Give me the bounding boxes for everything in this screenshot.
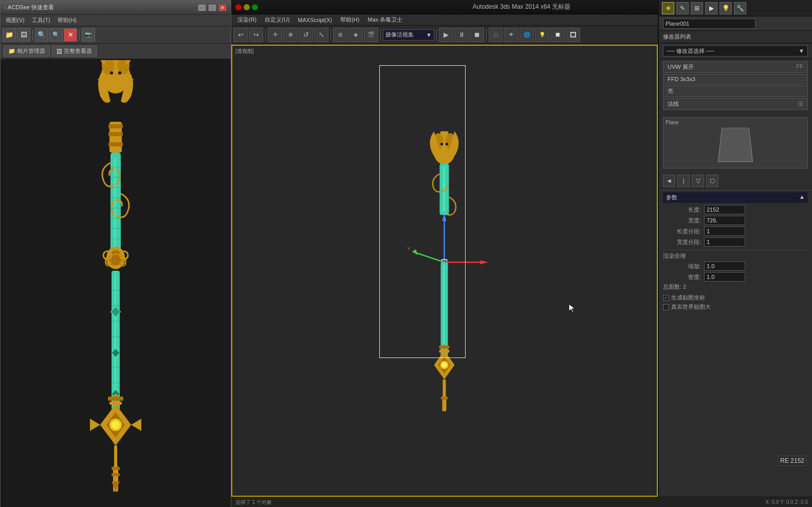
- params-header[interactable]: 参数 ▲: [663, 192, 808, 203]
- play-button[interactable]: ▶: [439, 28, 453, 42]
- rpanel-tab-motion[interactable]: ▶: [705, 2, 717, 14]
- param-width-value[interactable]: 726.: [704, 216, 745, 225]
- photo-manager-btn[interactable]: 📁 相片管理器: [4, 46, 50, 57]
- stop-button[interactable]: ⏹: [470, 28, 484, 42]
- render-setup-btn[interactable]: 🎬: [364, 28, 378, 42]
- plane-preview: Plane: [663, 117, 808, 168]
- rpanel-tab-display[interactable]: 💡: [719, 2, 732, 14]
- param-wseg-text: 1: [707, 239, 710, 245]
- modifier-normals-label: 法线: [668, 100, 679, 108]
- full-viewer-label: 完整查看器: [64, 47, 92, 55]
- checkbox-generate-uv: ✓ 生成贴图坐标: [663, 294, 808, 302]
- param-wseg-value[interactable]: 1: [704, 237, 745, 247]
- select-button[interactable]: ✛: [268, 28, 282, 42]
- rpanel-pin-btn[interactable]: ▽: [692, 175, 704, 187]
- param-length-value[interactable]: 2152: [704, 205, 745, 214]
- svg-point-48: [440, 143, 443, 145]
- toolbar-folder-btn[interactable]: 📁: [3, 28, 16, 42]
- material-btn[interactable]: ◈: [348, 28, 363, 42]
- selection-dropdown[interactable]: 摄像活视集 ▼: [383, 29, 434, 41]
- rpanel-tab-utilities[interactable]: 🔧: [734, 2, 746, 14]
- rpanel-icon-row: ◄ | ▽ ⬡: [659, 173, 812, 190]
- svg-rect-16: [114, 158, 116, 250]
- modifier-dropdown-arrow: ▼: [799, 48, 804, 54]
- params-collapse-icon: ▲: [799, 194, 805, 201]
- max-menu-render[interactable]: 渲染(R): [233, 15, 261, 25]
- acdsee-menu-view[interactable]: 视图(V): [3, 15, 28, 25]
- rpanel-edit-btn[interactable]: |: [677, 175, 690, 187]
- acdsee-minimize-button[interactable]: ─: [198, 4, 206, 11]
- render-scale-value[interactable]: 1.0: [704, 261, 745, 271]
- view-btn4[interactable]: 💡: [535, 28, 549, 42]
- params-header-label: 参数: [666, 194, 677, 201]
- status-text: 选择了 1 个对象: [235, 499, 272, 506]
- max-title: Autodesk 3ds Max 2014 x64 无标题: [473, 3, 571, 11]
- modifier-list: UVW 展开 FF FFD 3x3x3 壳 法线 渲: [659, 59, 812, 113]
- toolbar-sep2: [330, 29, 331, 41]
- modifier-item-shell[interactable]: 壳: [663, 85, 808, 97]
- render-scale-label: 缩放:: [663, 262, 704, 270]
- render-multiplier-label: 渲染倍增: [663, 252, 808, 260]
- modifier-item-uvw[interactable]: UVW 展开 FF: [663, 61, 808, 73]
- svg-marker-60: [412, 250, 418, 255]
- rpanel-link-btn[interactable]: ⬡: [706, 175, 718, 187]
- rpanel-tab-modify[interactable]: ✎: [676, 2, 689, 14]
- generate-uv-label: 生成贴图坐标: [671, 294, 705, 302]
- render-density-label: 密度:: [663, 273, 704, 281]
- acdsee-nav-toolbar: 📁 相片管理器 🖼 完整查看器: [1, 44, 231, 59]
- dropdown-arrow: ▼: [426, 32, 432, 38]
- rpanel-tab-hierarchy[interactable]: ⊞: [691, 2, 703, 14]
- scale-button[interactable]: ⤡: [314, 28, 328, 42]
- toolbar-sep4: [436, 29, 437, 41]
- acdsee-window: - ACDSee 快速查看 ─ □ ✕ 视图(V) 工具(T) 帮助(H) 📁 …: [0, 0, 231, 507]
- toolbar-zoom-in-btn[interactable]: 🔍: [35, 28, 48, 42]
- redo-button[interactable]: ↪: [249, 28, 263, 42]
- realworld-checkbox[interactable]: [663, 304, 669, 310]
- modifier-uvw-label: UVW 展开: [668, 63, 694, 71]
- move-button[interactable]: ⊕: [283, 28, 298, 42]
- param-wseg-row: 宽度分段: 1: [663, 237, 808, 247]
- acdsee-close-button[interactable]: ✕: [218, 4, 227, 11]
- full-viewer-btn[interactable]: 🖼 完整查看器: [52, 46, 97, 57]
- max-window: Autodesk 3ds Max 2014 x64 无标题 ─ □ ✕ 渲染(R…: [231, 0, 812, 507]
- acdsee-title-buttons: ─ □ ✕: [198, 4, 227, 11]
- param-length-text: 2152: [707, 206, 719, 213]
- staff-viewport-svg: Y X Y: [400, 119, 490, 422]
- svg-rect-70: [439, 346, 450, 349]
- object-name-input[interactable]: [663, 18, 755, 29]
- acdsee-menu-tools[interactable]: 工具(T): [29, 15, 53, 25]
- view-btn3[interactable]: 🌐: [520, 28, 534, 42]
- rpanel-tab-create[interactable]: ☀: [662, 2, 674, 14]
- toolbar-camera-btn[interactable]: 📷: [82, 28, 95, 42]
- view-btn1[interactable]: 🎥: [489, 28, 503, 42]
- param-width-label: 宽度:: [663, 217, 704, 224]
- view-btn6[interactable]: 🔳: [566, 28, 580, 42]
- view-btn2[interactable]: 👁: [504, 28, 519, 42]
- acdsee-maximize-button[interactable]: □: [208, 4, 216, 11]
- toolbar-image-btn[interactable]: 🖼: [17, 28, 30, 42]
- staff-viewport: Y X Y: [400, 119, 490, 423]
- generate-uv-checkbox[interactable]: ✓: [663, 295, 669, 301]
- view-btn5[interactable]: 🔲: [550, 28, 565, 42]
- toolbar-close-btn[interactable]: ✕: [64, 28, 77, 42]
- modifier-dropdown-label: ── 修改器选择 ──: [667, 47, 714, 55]
- modifier-item-normals[interactable]: 法线 渲: [663, 98, 808, 110]
- max-menu-customize[interactable]: 自定义(U): [261, 15, 293, 25]
- modifier-item-ffd[interactable]: FFD 3x3x3: [663, 74, 808, 84]
- acdsee-menu-help[interactable]: 帮助(H): [54, 15, 80, 25]
- undo-button[interactable]: ↩: [233, 28, 248, 42]
- max-menu-help[interactable]: 帮助(H): [336, 15, 363, 25]
- render-density-row: 密度: 1.0: [663, 272, 808, 281]
- toolbar-zoom-out-btn[interactable]: 🔍: [49, 28, 63, 42]
- rotate-button[interactable]: ↺: [299, 28, 313, 42]
- render-density-value[interactable]: 1.0: [704, 272, 745, 281]
- layer-btn[interactable]: ⊞: [333, 28, 347, 42]
- checkbox-realworld: 真实世界贴图大: [663, 303, 808, 311]
- toolbar-sep1: [32, 29, 33, 41]
- max-menu-maxscript[interactable]: MAXScript(X): [294, 16, 337, 24]
- pause-button[interactable]: ⏸: [454, 28, 469, 42]
- max-menu-antivirus[interactable]: Max 杀毒卫士: [363, 15, 407, 25]
- modifier-dropdown[interactable]: ── 修改器选择 ── ▼: [663, 45, 808, 57]
- param-lseg-value[interactable]: 1: [704, 227, 745, 236]
- rpanel-back-btn[interactable]: ◄: [663, 175, 675, 187]
